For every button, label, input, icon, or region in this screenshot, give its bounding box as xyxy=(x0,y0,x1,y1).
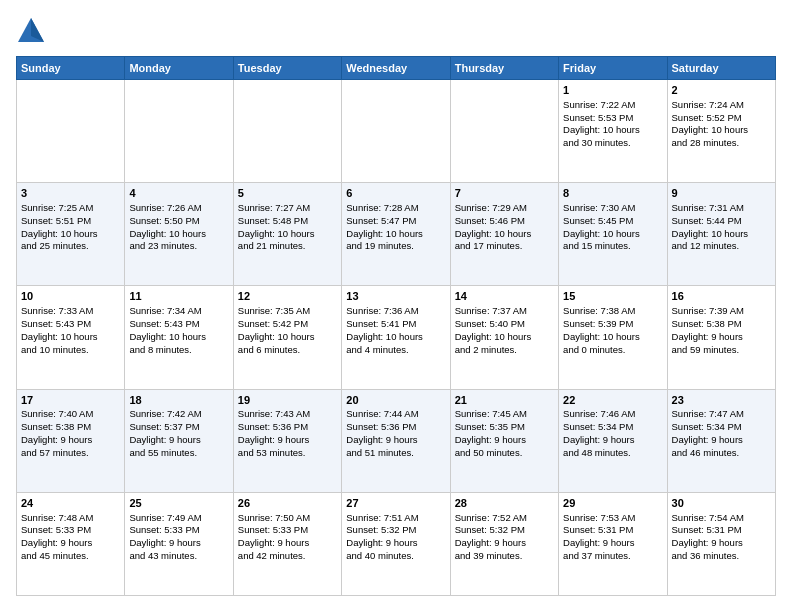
day-number: 6 xyxy=(346,186,445,201)
day-info: Sunrise: 7:51 AM xyxy=(346,512,445,525)
day-info: Daylight: 9 hours xyxy=(672,537,771,550)
day-cell: 4Sunrise: 7:26 AMSunset: 5:50 PMDaylight… xyxy=(125,183,233,286)
day-cell: 25Sunrise: 7:49 AMSunset: 5:33 PMDayligh… xyxy=(125,492,233,595)
day-info: Sunrise: 7:28 AM xyxy=(346,202,445,215)
day-number: 8 xyxy=(563,186,662,201)
day-info: Daylight: 10 hours xyxy=(238,228,337,241)
day-info: and 53 minutes. xyxy=(238,447,337,460)
day-info: Sunrise: 7:40 AM xyxy=(21,408,120,421)
day-number: 12 xyxy=(238,289,337,304)
day-info: Daylight: 10 hours xyxy=(129,331,228,344)
day-info: Daylight: 10 hours xyxy=(672,124,771,137)
day-info: Daylight: 9 hours xyxy=(21,434,120,447)
day-info: Sunset: 5:33 PM xyxy=(21,524,120,537)
day-info: Sunset: 5:40 PM xyxy=(455,318,554,331)
logo-icon xyxy=(16,16,46,46)
day-info: Sunrise: 7:22 AM xyxy=(563,99,662,112)
day-info: Daylight: 10 hours xyxy=(346,331,445,344)
day-info: and 2 minutes. xyxy=(455,344,554,357)
week-row-4: 17Sunrise: 7:40 AMSunset: 5:38 PMDayligh… xyxy=(17,389,776,492)
day-info: Sunset: 5:38 PM xyxy=(21,421,120,434)
day-info: Sunrise: 7:36 AM xyxy=(346,305,445,318)
day-info: Sunset: 5:50 PM xyxy=(129,215,228,228)
day-info: Sunset: 5:32 PM xyxy=(455,524,554,537)
day-info: and 50 minutes. xyxy=(455,447,554,460)
day-info: Daylight: 9 hours xyxy=(238,537,337,550)
day-number: 28 xyxy=(455,496,554,511)
day-cell xyxy=(450,80,558,183)
day-number: 22 xyxy=(563,393,662,408)
day-cell xyxy=(17,80,125,183)
day-info: Sunset: 5:48 PM xyxy=(238,215,337,228)
day-number: 2 xyxy=(672,83,771,98)
day-header-saturday: Saturday xyxy=(667,57,775,80)
day-info: Sunrise: 7:49 AM xyxy=(129,512,228,525)
day-info: Sunset: 5:44 PM xyxy=(672,215,771,228)
day-info: Daylight: 9 hours xyxy=(21,537,120,550)
day-info: and 15 minutes. xyxy=(563,240,662,253)
day-info: Sunset: 5:52 PM xyxy=(672,112,771,125)
day-info: and 19 minutes. xyxy=(346,240,445,253)
day-info: Daylight: 9 hours xyxy=(455,434,554,447)
day-cell: 12Sunrise: 7:35 AMSunset: 5:42 PMDayligh… xyxy=(233,286,341,389)
day-info: and 4 minutes. xyxy=(346,344,445,357)
day-header-wednesday: Wednesday xyxy=(342,57,450,80)
day-cell: 26Sunrise: 7:50 AMSunset: 5:33 PMDayligh… xyxy=(233,492,341,595)
day-cell: 20Sunrise: 7:44 AMSunset: 5:36 PMDayligh… xyxy=(342,389,450,492)
day-info: Sunset: 5:36 PM xyxy=(346,421,445,434)
day-info: Sunset: 5:36 PM xyxy=(238,421,337,434)
day-number: 11 xyxy=(129,289,228,304)
day-info: Daylight: 10 hours xyxy=(129,228,228,241)
day-info: and 46 minutes. xyxy=(672,447,771,460)
day-info: and 23 minutes. xyxy=(129,240,228,253)
day-info: Sunrise: 7:24 AM xyxy=(672,99,771,112)
day-info: and 45 minutes. xyxy=(21,550,120,563)
day-info: Sunrise: 7:39 AM xyxy=(672,305,771,318)
day-number: 19 xyxy=(238,393,337,408)
day-info: and 6 minutes. xyxy=(238,344,337,357)
day-info: Daylight: 10 hours xyxy=(238,331,337,344)
day-info: Daylight: 10 hours xyxy=(21,331,120,344)
day-cell: 21Sunrise: 7:45 AMSunset: 5:35 PMDayligh… xyxy=(450,389,558,492)
day-info: Sunrise: 7:35 AM xyxy=(238,305,337,318)
day-cell: 30Sunrise: 7:54 AMSunset: 5:31 PMDayligh… xyxy=(667,492,775,595)
day-info: Daylight: 10 hours xyxy=(455,331,554,344)
day-number: 27 xyxy=(346,496,445,511)
week-row-1: 1Sunrise: 7:22 AMSunset: 5:53 PMDaylight… xyxy=(17,80,776,183)
day-cell: 7Sunrise: 7:29 AMSunset: 5:46 PMDaylight… xyxy=(450,183,558,286)
day-info: and 42 minutes. xyxy=(238,550,337,563)
day-info: Sunrise: 7:34 AM xyxy=(129,305,228,318)
day-info: Sunrise: 7:38 AM xyxy=(563,305,662,318)
day-number: 18 xyxy=(129,393,228,408)
day-cell: 5Sunrise: 7:27 AMSunset: 5:48 PMDaylight… xyxy=(233,183,341,286)
day-info: Sunrise: 7:52 AM xyxy=(455,512,554,525)
day-info: Sunrise: 7:37 AM xyxy=(455,305,554,318)
day-info: Sunrise: 7:30 AM xyxy=(563,202,662,215)
day-info: Daylight: 10 hours xyxy=(563,228,662,241)
day-info: Sunrise: 7:47 AM xyxy=(672,408,771,421)
day-number: 20 xyxy=(346,393,445,408)
day-number: 7 xyxy=(455,186,554,201)
day-number: 17 xyxy=(21,393,120,408)
day-cell: 11Sunrise: 7:34 AMSunset: 5:43 PMDayligh… xyxy=(125,286,233,389)
day-cell: 6Sunrise: 7:28 AMSunset: 5:47 PMDaylight… xyxy=(342,183,450,286)
day-info: and 43 minutes. xyxy=(129,550,228,563)
day-cell: 22Sunrise: 7:46 AMSunset: 5:34 PMDayligh… xyxy=(559,389,667,492)
day-info: and 17 minutes. xyxy=(455,240,554,253)
day-info: Sunrise: 7:42 AM xyxy=(129,408,228,421)
day-info: and 55 minutes. xyxy=(129,447,228,460)
day-info: Sunset: 5:32 PM xyxy=(346,524,445,537)
day-number: 16 xyxy=(672,289,771,304)
day-info: and 0 minutes. xyxy=(563,344,662,357)
day-info: Sunrise: 7:33 AM xyxy=(21,305,120,318)
day-info: Sunrise: 7:46 AM xyxy=(563,408,662,421)
day-info: Sunrise: 7:31 AM xyxy=(672,202,771,215)
day-info: Sunrise: 7:44 AM xyxy=(346,408,445,421)
day-cell xyxy=(125,80,233,183)
day-info: Sunset: 5:51 PM xyxy=(21,215,120,228)
day-info: Sunrise: 7:53 AM xyxy=(563,512,662,525)
day-number: 26 xyxy=(238,496,337,511)
day-number: 24 xyxy=(21,496,120,511)
day-info: Sunrise: 7:26 AM xyxy=(129,202,228,215)
day-info: and 51 minutes. xyxy=(346,447,445,460)
